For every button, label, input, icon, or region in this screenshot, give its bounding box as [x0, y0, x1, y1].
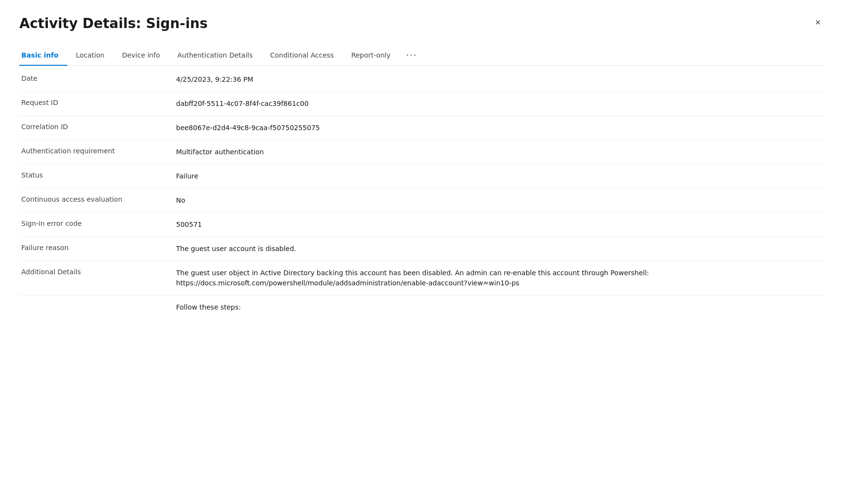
tab-authentication-details[interactable]: Authentication Details — [169, 46, 262, 66]
table-row: Continuous access evaluationNo — [19, 189, 825, 213]
table-row: Follow these steps: — [19, 296, 825, 319]
table-row: Request IDdabff20f-5511-4c07-8f4f-cac39f… — [19, 92, 825, 116]
row-value: Failure — [176, 171, 823, 181]
table-row: Additional DetailsThe guest user object … — [19, 261, 825, 296]
table-row: Authentication requirementMultifactor au… — [19, 140, 825, 164]
row-label: Additional Details — [21, 268, 176, 276]
table-row: Correlation IDbee8067e-d2d4-49c8-9caa-f5… — [19, 116, 825, 140]
row-value: No — [176, 195, 823, 206]
row-value: 500571 — [176, 220, 823, 230]
tab-report-only[interactable]: Report-only — [342, 46, 399, 66]
row-label: Authentication requirement — [21, 147, 176, 155]
table-row: StatusFailure — [19, 164, 825, 189]
tab-device-info[interactable]: Device info — [113, 46, 169, 66]
tab-content: Date4/25/2023, 9:22:36 PMRequest IDdabff… — [19, 66, 825, 319]
row-label: Sign-in error code — [21, 220, 176, 227]
activity-details-panel: Activity Details: Sign-ins × Basic info … — [0, 0, 844, 504]
table-row: Failure reasonThe guest user account is … — [19, 237, 825, 261]
tab-location[interactable]: Location — [67, 46, 113, 66]
close-button[interactable]: × — [811, 15, 825, 29]
tab-basic-info[interactable]: Basic info — [19, 46, 67, 66]
panel-title: Activity Details: Sign-ins — [19, 15, 207, 31]
row-value: The guest user object in Active Director… — [176, 268, 823, 288]
table-row: Sign-in error code500571 — [19, 213, 825, 237]
row-label: Status — [21, 171, 176, 179]
panel-header: Activity Details: Sign-ins × — [19, 15, 825, 31]
tab-bar: Basic info Location Device info Authenti… — [19, 45, 825, 66]
row-label: Request ID — [21, 99, 176, 106]
row-value: The guest user account is disabled. — [176, 244, 823, 254]
tab-conditional-access[interactable]: Conditional Access — [261, 46, 342, 66]
tab-more-button[interactable]: ··· — [399, 45, 424, 66]
row-value: bee8067e-d2d4-49c8-9caa-f50750255075 — [176, 123, 823, 133]
row-label: Failure reason — [21, 244, 176, 252]
row-label: Continuous access evaluation — [21, 195, 176, 203]
row-value: Follow these steps: — [176, 302, 823, 312]
row-label: Date — [21, 74, 176, 82]
row-value: Multifactor authentication — [176, 147, 823, 157]
table-row: Date4/25/2023, 9:22:36 PM — [19, 68, 825, 92]
row-value: 4/25/2023, 9:22:36 PM — [176, 74, 823, 85]
row-value: dabff20f-5511-4c07-8f4f-cac39f861c00 — [176, 99, 823, 109]
row-label: Correlation ID — [21, 123, 176, 131]
